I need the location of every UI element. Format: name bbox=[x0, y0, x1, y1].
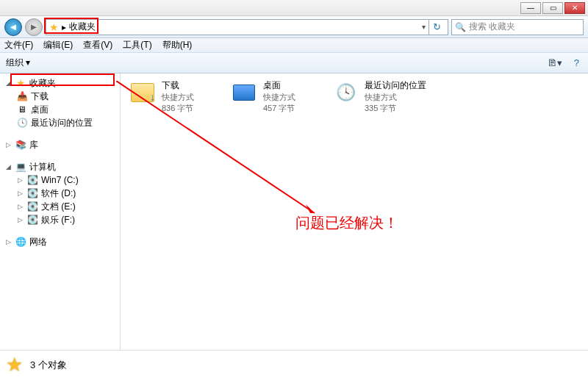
download-icon: 📥 bbox=[16, 91, 28, 101]
tree-toggle-icon[interactable]: ▷ bbox=[16, 203, 24, 210]
view-mode-button[interactable]: 🖹▾ bbox=[545, 56, 565, 70]
search-placeholder: 搜索 收藏夹 bbox=[469, 21, 515, 33]
sidebar-item-label: 下载 bbox=[31, 90, 49, 103]
menu-view[interactable]: 查看(V) bbox=[83, 39, 112, 51]
maximize-button[interactable]: ▭ bbox=[542, 2, 563, 14]
desktop-icon bbox=[231, 79, 257, 106]
organize-button[interactable]: 组织 ▾ bbox=[6, 57, 30, 69]
menu-bar: 文件(F) 编辑(E) 查看(V) 工具(T) 帮助(H) bbox=[0, 38, 588, 53]
sidebar-item-drive-e[interactable]: ▷ 💽 文档 (E:) bbox=[0, 200, 120, 213]
sidebar-item-label: 软件 (D:) bbox=[41, 187, 76, 200]
menu-tools[interactable]: 工具(T) bbox=[123, 39, 151, 51]
favorites-icon: ★ bbox=[49, 21, 59, 33]
file-item-recent[interactable]: 最近访问的位置 快捷方式 335 字节 bbox=[332, 79, 426, 114]
sidebar-item-libraries[interactable]: ▷ 📚 库 bbox=[0, 138, 120, 151]
sidebar-item-label: 文档 (E:) bbox=[41, 201, 76, 213]
sidebar-item-drive-c[interactable]: ▷ 💽 Win7 (C:) bbox=[0, 173, 120, 187]
drive-icon: 💽 bbox=[26, 201, 38, 212]
help-button[interactable]: ? bbox=[571, 56, 582, 70]
breadcrumb-dropdown[interactable]: ▾ bbox=[422, 23, 426, 31]
drive-icon: 💽 bbox=[26, 188, 38, 198]
toolbar: 组织 ▾ 🖹▾ ? bbox=[0, 53, 588, 73]
sidebar-item-drive-f[interactable]: ▷ 💽 娱乐 (F:) bbox=[0, 213, 120, 226]
forward-button[interactable]: ► bbox=[25, 18, 43, 36]
tree-toggle-icon[interactable]: ▷ bbox=[4, 141, 12, 148]
sidebar-item-label: 桌面 bbox=[31, 104, 49, 116]
file-name: 下载 bbox=[162, 79, 194, 92]
file-name: 桌面 bbox=[263, 79, 295, 92]
recent-places-icon bbox=[332, 79, 359, 106]
title-bar: — ▭ ✕ bbox=[0, 0, 588, 16]
folder-download-icon: ↓ bbox=[129, 79, 156, 106]
content-pane[interactable]: ↓ 下载 快捷方式 836 字节 桌面 快捷方式 457 字节 最近访问的位置 … bbox=[121, 73, 588, 350]
tree-toggle-icon[interactable]: ▷ bbox=[16, 176, 24, 184]
library-icon: 📚 bbox=[15, 140, 26, 150]
object-count: 3 个对象 bbox=[30, 359, 67, 372]
file-type: 快捷方式 bbox=[263, 92, 295, 103]
network-icon: 🌐 bbox=[15, 237, 26, 247]
menu-edit[interactable]: 编辑(E) bbox=[43, 39, 73, 51]
sidebar-item-desktop[interactable]: 🖥 桌面 bbox=[0, 103, 120, 116]
sidebar-item-label: 计算机 bbox=[29, 161, 56, 173]
sidebar-item-label: Win7 (C:) bbox=[41, 175, 79, 185]
breadcrumb-bar[interactable]: ★ ▸ 收藏夹 ▾ ↻ bbox=[46, 19, 448, 35]
favorites-icon: ★ bbox=[6, 353, 23, 376]
sidebar-item-label: 收藏夹 bbox=[29, 77, 56, 90]
minimize-button[interactable]: — bbox=[520, 2, 541, 14]
sidebar-item-label: 娱乐 (F:) bbox=[41, 214, 75, 226]
sidebar-item-favorites[interactable]: ◢ ★ 收藏夹 bbox=[0, 76, 120, 90]
file-name: 最近访问的位置 bbox=[365, 79, 426, 92]
file-item-downloads[interactable]: ↓ 下载 快捷方式 836 字节 bbox=[129, 79, 194, 114]
menu-file[interactable]: 文件(F) bbox=[4, 39, 33, 51]
computer-icon: 💻 bbox=[15, 162, 26, 172]
sidebar: ◢ ★ 收藏夹 📥 下载 🖥 桌面 🕓 最近访问的位置 ▷ 📚 库 bbox=[0, 73, 121, 350]
nav-bar: ◄ ► ★ ▸ 收藏夹 ▾ ↻ 🔍 搜索 收藏夹 bbox=[0, 16, 588, 38]
menu-help[interactable]: 帮助(H) bbox=[162, 39, 193, 51]
desktop-icon: 🖥 bbox=[16, 104, 28, 115]
file-type: 快捷方式 bbox=[162, 92, 194, 103]
search-input[interactable]: 🔍 搜索 收藏夹 bbox=[451, 19, 584, 35]
sidebar-item-label: 网络 bbox=[29, 236, 47, 248]
sidebar-item-computer[interactable]: ◢ 💻 计算机 bbox=[0, 160, 120, 173]
sidebar-item-downloads[interactable]: 📥 下载 bbox=[0, 90, 120, 103]
file-type: 快捷方式 bbox=[365, 92, 426, 103]
sidebar-item-drive-d[interactable]: ▷ 💽 软件 (D:) bbox=[0, 187, 120, 200]
refresh-button[interactable]: ↻ bbox=[429, 19, 445, 35]
drive-icon: 💽 bbox=[26, 175, 38, 185]
tree-toggle-icon[interactable]: ◢ bbox=[4, 163, 12, 170]
file-size: 457 字节 bbox=[263, 103, 295, 114]
close-button[interactable]: ✕ bbox=[564, 2, 585, 14]
drive-icon: 💽 bbox=[26, 215, 38, 225]
tree-toggle-icon[interactable]: ▷ bbox=[4, 238, 12, 245]
breadcrumb-sep: ▸ bbox=[62, 22, 66, 32]
sidebar-item-network[interactable]: ▷ 🌐 网络 bbox=[0, 235, 120, 248]
sidebar-item-recent[interactable]: 🕓 最近访问的位置 bbox=[0, 116, 120, 129]
file-size: 836 字节 bbox=[162, 103, 194, 114]
tree-toggle-icon[interactable]: ▷ bbox=[16, 216, 24, 223]
tree-toggle-icon[interactable]: ◢ bbox=[4, 79, 12, 87]
recent-icon: 🕓 bbox=[16, 118, 28, 128]
file-item-desktop[interactable]: 桌面 快捷方式 457 字节 bbox=[231, 79, 295, 114]
back-button[interactable]: ◄ bbox=[4, 18, 22, 36]
tree-toggle-icon[interactable]: ▷ bbox=[16, 190, 24, 197]
favorites-icon: ★ bbox=[15, 77, 26, 89]
details-pane: ★ 3 个对象 bbox=[0, 350, 588, 377]
file-size: 335 字节 bbox=[365, 103, 426, 114]
search-icon: 🔍 bbox=[455, 22, 466, 32]
breadcrumb-item[interactable]: 收藏夹 bbox=[69, 21, 96, 33]
sidebar-item-label: 库 bbox=[29, 139, 38, 151]
sidebar-item-label: 最近访问的位置 bbox=[31, 117, 93, 129]
